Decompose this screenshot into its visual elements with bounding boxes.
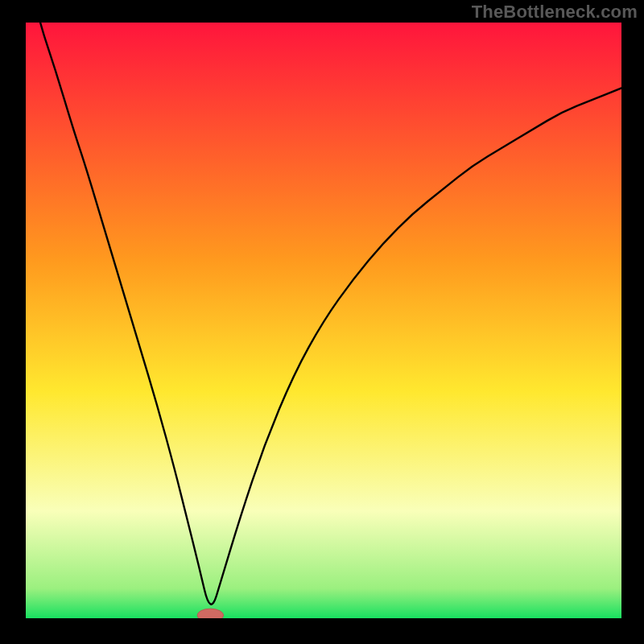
bottleneck-chart-canvas [26, 23, 621, 618]
chart-frame: TheBottleneck.com [0, 0, 644, 644]
plot-area [26, 23, 621, 618]
watermark-text: TheBottleneck.com [472, 2, 638, 23]
